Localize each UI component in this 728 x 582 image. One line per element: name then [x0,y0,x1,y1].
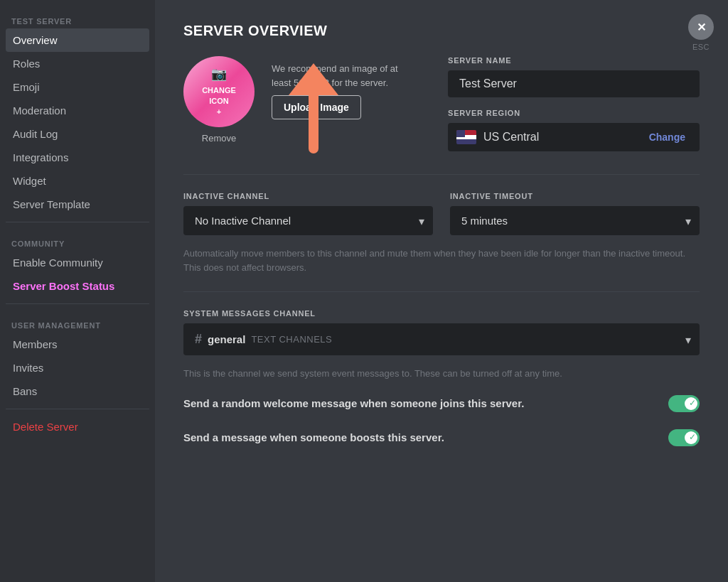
sidebar-divider-1 [6,222,149,222]
overview-top-section: 📷 CHANGE ICON + Remove We recommend an i… [183,56,700,151]
server-region-field: SERVER REGION US Central Change [448,109,700,151]
plus-icon: + [217,107,221,117]
sidebar-item-overview[interactable]: Overview [6,28,149,52]
server-name-field: SERVER NAME [448,56,700,97]
server-name-input[interactable] [448,70,700,97]
system-messages-label: SYSTEM MESSAGES CHANNEL [183,309,700,318]
boost-toggle-row: Send a message when someone boosts this … [183,421,700,455]
upload-image-button[interactable]: Upload Image [272,95,361,119]
camera-icon: 📷 [211,65,227,83]
welcome-toggle-label: Send a random welcome message when someo… [183,397,668,409]
sidebar-item-widget[interactable]: Widget [6,169,149,193]
sidebar-item-server-template[interactable]: Server Template [6,193,149,216]
welcome-toggle-row: Send a random welcome message when someo… [183,387,700,421]
esc-circle-icon: ✕ [688,14,714,40]
sidebar-divider-2 [6,303,149,304]
esc-button[interactable]: ✕ ESC [688,14,714,51]
sidebar-item-enable-community[interactable]: Enable Community [6,251,149,274]
server-name-label: SERVER NAME [448,56,700,65]
section-divider-1 [183,174,700,175]
sidebar-item-audit-log[interactable]: Audit Log [6,122,149,146]
sidebar: TEST SERVER Overview Roles Emoji Moderat… [0,0,155,582]
system-messages-section: SYSTEM MESSAGES CHANNEL # general TEXT C… [183,309,700,381]
server-icon-inner: 📷 CHANGE ICON + [202,65,236,117]
server-name-region-section: SERVER NAME SERVER REGION US Central Cha… [448,56,700,151]
system-messages-help-text: This is the channel we send system event… [183,367,700,381]
sidebar-item-members[interactable]: Members [6,333,149,356]
sidebar-item-integrations[interactable]: Integrations [6,146,149,169]
section-divider-2 [183,291,700,292]
change-icon-text1: CHANGE [202,85,236,96]
server-icon-section: 📷 CHANGE ICON + Remove [183,56,255,144]
region-name: US Central [483,131,636,144]
inactive-help-text: Automatically move members to this chann… [183,247,700,274]
esc-label: ESC [692,43,710,51]
sidebar-item-delete-server[interactable]: Delete Server [6,415,149,438]
channel-name: general [208,333,245,345]
system-messages-channel-select[interactable]: # general TEXT CHANNELS [183,323,700,355]
inactive-section: INACTIVE CHANNEL No Inactive Channel ▾ I… [183,192,700,235]
us-flag-icon [456,130,476,144]
channel-select-chevron-icon: ▾ [685,333,691,346]
main-content: ✕ ESC SERVER OVERVIEW 📷 CHANGE ICON + Re… [155,0,728,582]
page-title: SERVER OVERVIEW [183,23,700,39]
upload-section: We recommend an image of at least 512x51… [272,56,414,119]
toggle-check-icon-2: ✓ [689,432,696,442]
inactive-timeout-label: INACTIVE TIMEOUT [450,192,700,200]
boost-toggle[interactable]: ✓ [668,429,700,446]
community-section-label: COMMUNITY [6,228,149,251]
upload-description: We recommend an image of at least 512x51… [272,62,414,90]
boost-toggle-label: Send a message when someone boosts this … [183,431,668,443]
user-management-section-label: USER MANAGEMENT [6,310,149,333]
server-icon[interactable]: 📷 CHANGE ICON + [183,56,255,127]
system-messages-channel-wrapper: # general TEXT CHANNELS ▾ [183,323,700,355]
server-name-label: TEST SERVER [6,11,149,28]
remove-icon-button[interactable]: Remove [202,133,236,144]
change-icon-text2: ICON [209,96,229,107]
sidebar-item-roles[interactable]: Roles [6,52,149,75]
channel-type-label: TEXT CHANNELS [251,334,332,345]
welcome-toggle[interactable]: ✓ [668,395,700,412]
inactive-timeout-field: INACTIVE TIMEOUT 5 minutes ▾ [450,192,700,235]
sidebar-item-bans[interactable]: Bans [6,379,149,403]
region-selector[interactable]: US Central Change [448,123,700,151]
hash-icon: # [195,332,202,347]
sidebar-item-server-boost-status[interactable]: Server Boost Status [6,274,149,298]
inactive-timeout-select[interactable]: 5 minutes [450,206,700,235]
sidebar-divider-3 [6,409,149,409]
sidebar-item-emoji[interactable]: Emoji [6,75,149,99]
change-region-button[interactable]: Change [643,129,691,146]
inactive-channel-label: INACTIVE CHANNEL [183,192,433,200]
toggle-check-icon: ✓ [689,398,696,408]
sidebar-item-moderation[interactable]: Moderation [6,99,149,122]
inactive-channel-select-wrapper: No Inactive Channel ▾ [183,206,433,235]
inactive-channel-field: INACTIVE CHANNEL No Inactive Channel ▾ [183,192,433,235]
server-region-label: SERVER REGION [448,109,700,117]
sidebar-item-invites[interactable]: Invites [6,356,149,379]
inactive-timeout-select-wrapper: 5 minutes ▾ [450,206,700,235]
inactive-channel-select[interactable]: No Inactive Channel [183,206,433,235]
